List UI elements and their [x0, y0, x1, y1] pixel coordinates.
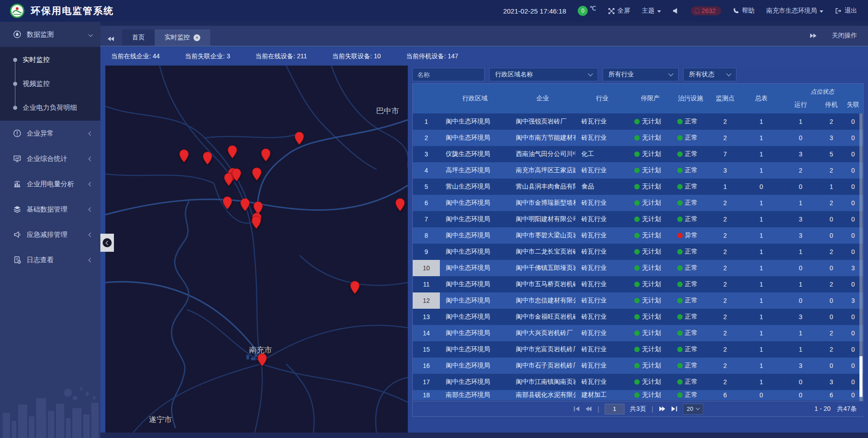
cell-meters: 1	[741, 374, 782, 390]
close-tab-icon[interactable]: ×	[193, 34, 200, 41]
table-row[interactable]: 8阆中生态环境局阆中市枣碧大梁山页岩砖瓦行业无计划异常21300	[413, 227, 863, 244]
table-row[interactable]: 12阆中生态环境局阆中市忠信建材有限公砖瓦行业无计划正常21003	[413, 292, 863, 309]
stats-board-icon	[13, 154, 22, 163]
sidebar-item[interactable]: 基础数据管理	[0, 197, 100, 222]
cell-points: 2	[709, 374, 741, 390]
sidebar-item[interactable]: 企业用电量分析	[0, 171, 100, 197]
table-row[interactable]: 4高坪生态环境局南充市高坪区王家店建砖瓦行业无计划正常31220	[413, 162, 863, 179]
prev-page-button[interactable]	[585, 406, 592, 412]
logout-button[interactable]: 退出	[835, 7, 857, 15]
cell-stopped: 2	[820, 341, 843, 358]
cell-index: 14	[413, 325, 440, 341]
sidebar-item-label: 基础数据管理	[27, 205, 67, 214]
tab-realtime-monitor[interactable]: 实时监控 ×	[155, 29, 210, 46]
sidebar-item[interactable]: 企业综合统计	[0, 146, 100, 171]
tab-scroll-left-button[interactable]	[108, 37, 114, 41]
table-row[interactable]: 9阆中生态环境局阆中市二龙长宝页岩砖砖瓦行业无计划正常21120	[413, 244, 863, 260]
table-row[interactable]: 16阆中生态环境局阆中市石子页岩机砖厂砖瓦行业无计划正常21300	[413, 358, 863, 374]
help-button[interactable]: 帮助	[733, 7, 755, 15]
cell-running: 0	[782, 260, 820, 276]
table-row[interactable]: 7阆中生态环境局阆中明阳建材有限公司砖瓦行业无计划正常21300	[413, 211, 863, 227]
enterprise-alert-icon	[13, 129, 22, 138]
cell-running: 1	[782, 113, 820, 130]
cell-limit-status: 无计划	[629, 195, 672, 211]
cell-industry: 砖瓦行业	[576, 244, 629, 260]
cell-company: 阆中千佛镇五郎垭页岩	[510, 260, 576, 276]
record-total-label: 共47条	[837, 405, 857, 413]
close-operations-button[interactable]: 关闭操作	[832, 32, 857, 40]
table-row[interactable]: 10阆中生态环境局阆中千佛镇五郎垭页岩砖瓦行业无计划正常21003	[413, 260, 863, 276]
region-select[interactable]: 行政区域名称	[489, 68, 598, 81]
sidebar-item-label: 企业用电量分析	[27, 180, 74, 188]
bullet-dot-icon	[13, 58, 17, 62]
scrollbar-thumb[interactable]	[859, 356, 863, 397]
cell-facility-status: 正常	[672, 113, 709, 130]
sidebar-item-label: 日志查看	[27, 256, 54, 264]
org-dropdown[interactable]: 南充市生态环境局	[766, 7, 823, 15]
first-page-button[interactable]	[573, 406, 580, 412]
cell-stopped: 2	[820, 113, 843, 130]
table-row[interactable]: 1阆中生态环境局阆中强锐页岩砖厂砖瓦行业无计划正常21120	[413, 113, 863, 130]
cell-district: 营山生态环境局	[440, 179, 510, 195]
cell-points: 3	[709, 162, 741, 179]
next-page-button[interactable]	[659, 406, 665, 412]
status-select[interactable]: 所有状态	[683, 68, 736, 81]
cell-index: 12	[413, 292, 440, 309]
sidebar-item[interactable]: 应急减排管理	[0, 222, 100, 247]
sidebar-item[interactable]: 企业异常	[0, 121, 100, 146]
stats-bar: 当前在线企业44 当前失联企业3 当前在线设备211 当前失联设备10 当前停机…	[100, 47, 868, 66]
industry-select[interactable]: 所有行业	[603, 68, 679, 81]
sidebar-subitem[interactable]: 企业电力负荷明细	[0, 96, 100, 120]
cell-facility-status: 正常	[672, 179, 709, 195]
status-dot-icon	[634, 200, 640, 206]
table-row[interactable]: 18南部生态环境局南部县砚化水泥有限公建材加工无计划正常60060	[413, 390, 863, 400]
table-row[interactable]: 2阆中生态环境局阆中市南方节能建材有砖瓦行业无计划正常21030	[413, 130, 863, 146]
cell-company: 南部县砚化水泥有限公	[510, 390, 576, 400]
page-size-select[interactable]: 20	[683, 404, 703, 414]
column-index	[413, 84, 440, 113]
map-panel[interactable]: 巴中市南充市遂宁市	[105, 66, 408, 433]
temperature-badge: 0 ℃	[578, 6, 596, 16]
sidebar-subitem[interactable]: 实时监控	[0, 48, 100, 72]
cell-points: 2	[709, 244, 741, 260]
map-collapse-button[interactable]	[100, 234, 114, 252]
sidebar-subitem[interactable]: 视频监控	[0, 72, 100, 96]
cell-company: 南充市高坪区王家店建	[510, 162, 576, 179]
cell-limit-status: 无计划	[629, 130, 672, 146]
table-row[interactable]: 3仪陇生态环境局西南油气田分公司川中化工无计划正常71350	[413, 146, 863, 162]
mute-speaker-icon[interactable]	[673, 8, 679, 14]
table-row[interactable]: 6阆中生态环境局阆中市金博瑞新型墙材砖瓦行业无计划正常21120	[413, 195, 863, 211]
cell-stopped: 6	[820, 390, 843, 400]
theme-dropdown[interactable]: 主题	[642, 7, 661, 15]
table-body: 1阆中生态环境局阆中强锐页岩砖厂砖瓦行业无计划正常211202阆中生态环境局阆中…	[413, 113, 863, 401]
enterprise-table: 行政区域 企业 行业 停限产 治污设施 监测点 总表 运行 停机 失联 点位状态…	[412, 83, 863, 417]
sidebar-skyline-decoration	[0, 385, 100, 438]
sidebar-item[interactable]: 日志查看	[0, 247, 100, 273]
cell-running: 3	[782, 227, 820, 244]
tab-home[interactable]: 首页	[122, 29, 155, 46]
sidebar-item[interactable]: 数据监测	[0, 22, 100, 47]
cell-points: 2	[709, 358, 741, 374]
cell-points: 2	[709, 309, 741, 325]
cell-company: 阆中强锐页岩砖厂	[510, 113, 576, 130]
bar-chart-icon	[13, 179, 22, 188]
cell-district: 阆中生态环境局	[440, 113, 510, 130]
fullscreen-button[interactable]: 全屏	[608, 7, 630, 15]
name-search-input[interactable]	[412, 68, 485, 81]
cell-district: 阆中生态环境局	[440, 309, 510, 325]
cell-facility-status: 正常	[672, 325, 709, 341]
last-page-button[interactable]	[671, 406, 677, 412]
status-dot-icon	[677, 249, 683, 254]
table-row[interactable]: 15阆中生态环境局阆中市光富页岩机砖厂砖瓦行业无计划正常21120	[413, 341, 863, 358]
table-row[interactable]: 5营山生态环境局营山县润丰肉食品有限食品无计划正常10010	[413, 179, 863, 195]
page-number-input[interactable]	[604, 404, 624, 414]
table-row[interactable]: 13阆中生态环境局阆中市金福旺页岩机砖砖瓦行业无计划正常21300	[413, 309, 863, 325]
cell-industry: 砖瓦行业	[576, 195, 629, 211]
status-dot-icon	[634, 151, 640, 157]
table-row[interactable]: 14阆中生态环境局阆中大兴页岩机砖厂砖瓦行业无计划正常21120	[413, 325, 863, 341]
table-row[interactable]: 17阆中生态环境局阆中市江南镇阆南页岩砖瓦行业无计划正常21030	[413, 374, 863, 390]
table-row[interactable]: 11阆中生态环境局阆中市五马桥页岩机砖砖瓦行业无计划正常21120	[413, 276, 863, 292]
cell-facility-status: 正常	[672, 244, 709, 260]
tab-scroll-right-button[interactable]	[810, 33, 816, 38]
notification-badge[interactable]: 2632	[691, 6, 721, 15]
